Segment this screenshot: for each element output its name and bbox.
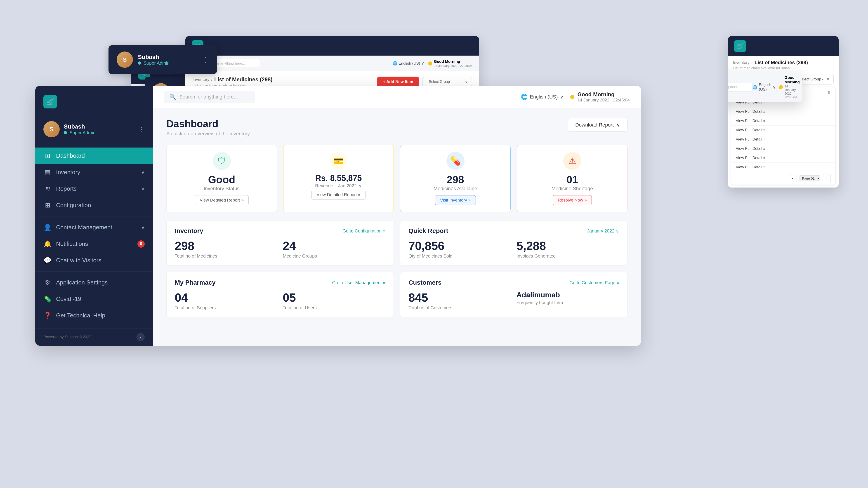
action-item-4[interactable]: View Full Detail »: [731, 126, 835, 135]
revenue-icon: 💳: [330, 152, 348, 170]
logo-icon: 🛒: [734, 40, 746, 52]
settings-icon: ⚙: [43, 279, 52, 286]
pagination-page-select[interactable]: Page 01 Page 02: [799, 175, 820, 182]
list-add-new-button[interactable]: + Add New Item: [377, 76, 419, 87]
translate-icon: 🌐: [521, 94, 528, 100]
download-report-button[interactable]: Download Report ∨: [568, 118, 627, 132]
sidebar: 🛒 S Subash Super Admin ⋮ ⊞ Dashboard: [35, 86, 153, 346]
window-action-topbar: 🛒: [728, 36, 839, 56]
action-item-6[interactable]: View Full Detail »: [731, 144, 835, 153]
sidebar-item-app-settings[interactable]: ⚙ Application Settings: [35, 274, 153, 291]
status-dot: [779, 85, 783, 89]
topbar-right: 🌐 English (US) ∨ Good Morning 14 January…: [521, 91, 630, 103]
sidebar-item-configuration[interactable]: ⊞ Configuration: [35, 197, 153, 214]
sidebar-item-reports[interactable]: ≋ Reports ∨: [35, 181, 153, 197]
list-btn-row: + Add New Item - Select Group - ∨: [377, 76, 472, 87]
go-to-user-management-link[interactable]: Go to User Management »: [332, 280, 385, 285]
medicine-icon: 💊: [446, 152, 465, 170]
qty-sold-stat: 70,856 Qty of Medicines Sold: [408, 239, 511, 259]
sidebar-item-inventory[interactable]: ▤ Inventory ∨: [35, 164, 153, 181]
view-revenue-button[interactable]: View Detailed Report »: [311, 190, 366, 200]
suppliers-stat: 04 Total no of Suppliers: [175, 291, 277, 311]
sidebar-item-chat[interactable]: 💬 Chat with Visitors: [35, 252, 153, 269]
sidebar-navigation: ⊞ Dashboard ▤ Inventory ∨ ≋ Reports ∨ ⊞ …: [35, 143, 153, 328]
warning-icon: ⚠: [563, 152, 581, 170]
info-grid: Inventory Go to Configuration » 298 Tota…: [166, 220, 627, 318]
sidebar-item-notifications[interactable]: 🔔 Notifications 0: [35, 236, 153, 252]
pharmacy-stats: 04 Total no of Suppliers 05 Total no of …: [175, 291, 385, 311]
action-item-8[interactable]: View Full Detail »: [731, 163, 835, 172]
language-selector-button[interactable]: 🌐 English (US) ∨: [521, 94, 563, 100]
info-card-quick-report-header: Quick Report January 2022 ∨: [408, 227, 619, 234]
dashboard-icon: ⊞: [43, 152, 52, 160]
app-logo-icon: 🛒: [43, 95, 57, 108]
list-greeting: Good Morning 14 January 2022 22:45:04: [428, 59, 472, 68]
greeting-section: Good Morning 14 January 2022 22:45:04: [779, 75, 800, 99]
avatar-floating-1: S: [117, 52, 133, 68]
action-search-input[interactable]: 🔍 Search for anything here...: [728, 83, 753, 92]
sidebar-collapse-button[interactable]: ‹: [136, 333, 145, 341]
avatar: S: [43, 121, 60, 137]
chevron-down-icon: ∨: [773, 85, 776, 90]
go-to-customers-link[interactable]: Go to Customers Page »: [569, 280, 619, 285]
sidebar-item-technical-help[interactable]: ❓ Get Technical Help: [35, 307, 153, 324]
info-card-pharmacy: My Pharmacy Go to User Management » 04 T…: [166, 272, 394, 318]
invoices-generated-stat: 5,288 Invoices Generated: [517, 239, 619, 259]
configuration-icon: ⊞: [43, 201, 52, 209]
quick-report-date-selector[interactable]: January 2022 ∨: [587, 228, 619, 234]
covid-icon: 🦠: [43, 295, 52, 303]
floating-profile-card-1: S Subash Super Admin ⋮: [108, 45, 217, 74]
stat-cards-row: 🛡 Good Inventory Status View Detailed Re…: [166, 145, 627, 212]
list-lang-selector[interactable]: 🌐 English (US) ∨: [393, 61, 424, 66]
view-inventory-status-button[interactable]: View Detailed Report »: [195, 195, 249, 205]
lang-selector[interactable]: 🌐 English (US) ∨: [753, 83, 776, 92]
list-window-searchbar: 🔍 Search for anything here... 🌐 English …: [185, 56, 479, 71]
window-action-dropdown: 🛒 🔍 Search for anything here... 🌐 Englis…: [728, 36, 839, 188]
action-item-2[interactable]: View Full Detail »: [731, 107, 835, 116]
sidebar-logo: 🛒: [35, 86, 153, 116]
list-window-topbar: 🛒: [185, 36, 479, 56]
chat-icon: 💬: [43, 257, 52, 264]
list-breadcrumb: Inventory › List of Medicines (298) List…: [193, 76, 272, 87]
nav-divider: [35, 216, 153, 217]
stat-card-medicines: 💊 298 Medicines Available Visit Inventor…: [400, 145, 510, 212]
online-indicator: [64, 131, 67, 134]
greeting-status-dot: [570, 95, 575, 99]
chevron-down-icon: ∨: [616, 122, 620, 128]
sidebar-item-dashboard[interactable]: ⊞ Dashboard: [35, 148, 153, 164]
sidebar-footer: Powered by Subash © 2022 ‹: [35, 328, 153, 346]
chevron-down-icon: ∨: [141, 170, 145, 175]
sidebar-item-covid[interactable]: 🦠 Covid -19: [35, 291, 153, 307]
visit-inventory-button[interactable]: Visit Inventory »: [435, 195, 476, 205]
go-to-configuration-link[interactable]: Go to Configuration »: [342, 228, 385, 234]
sidebar-profile: S Subash Super Admin ⋮: [35, 116, 153, 143]
page-title-row: Dashboard A quick data overview of the i…: [166, 118, 627, 137]
pagination-next-button[interactable]: ›: [823, 174, 831, 182]
sidebar-item-contact-management[interactable]: 👤 Contact Management ∨: [35, 219, 153, 236]
chevron-down-icon: ∨: [465, 80, 468, 84]
shield-icon: 🛡: [213, 152, 231, 170]
profile-more-button[interactable]: ⋮: [138, 125, 145, 133]
action-item-3[interactable]: View Full Detail »: [731, 116, 835, 126]
list-select-group-dropdown[interactable]: - Select Group - ∨: [422, 77, 472, 87]
stat-card-inventory-status: 🛡 Good Inventory Status View Detailed Re…: [166, 145, 277, 212]
chevron-down-icon: ∨: [827, 77, 829, 82]
profile-info: Subash Super Admin: [64, 123, 134, 135]
customer-stats: 845 Total no of Customers Adalimumab Fre…: [408, 291, 619, 311]
profile-more-button-floating[interactable]: ⋮: [203, 56, 209, 64]
pagination-prev-button[interactable]: ‹: [789, 174, 797, 182]
main-search-input[interactable]: 🔍 Search for anything here...: [164, 91, 254, 103]
search-icon: 🔍: [169, 94, 176, 100]
info-card-inventory-header: Inventory Go to Configuration »: [175, 227, 385, 234]
notifications-icon: 🔔: [43, 240, 52, 248]
chevron-down-icon: ∨: [141, 186, 145, 192]
window-action-breadcrumb: Inventory › List of Medicines (298) List…: [728, 56, 839, 72]
action-item-7[interactable]: View Full Detail »: [731, 153, 835, 163]
inventory-stats: 298 Total no of Medicines 24 Medicine Gr…: [175, 239, 385, 259]
users-stat: 05 Total no of Users: [283, 291, 385, 311]
info-card-pharmacy-header: My Pharmacy Go to User Management »: [175, 279, 385, 286]
status-dot: [428, 61, 432, 66]
resolve-shortage-button[interactable]: Resolve Now »: [553, 195, 592, 205]
topbar-greeting: Good Morning 14 January 2022 22:45:04: [570, 91, 630, 103]
action-item-5[interactable]: View Full Detail »: [731, 135, 835, 144]
